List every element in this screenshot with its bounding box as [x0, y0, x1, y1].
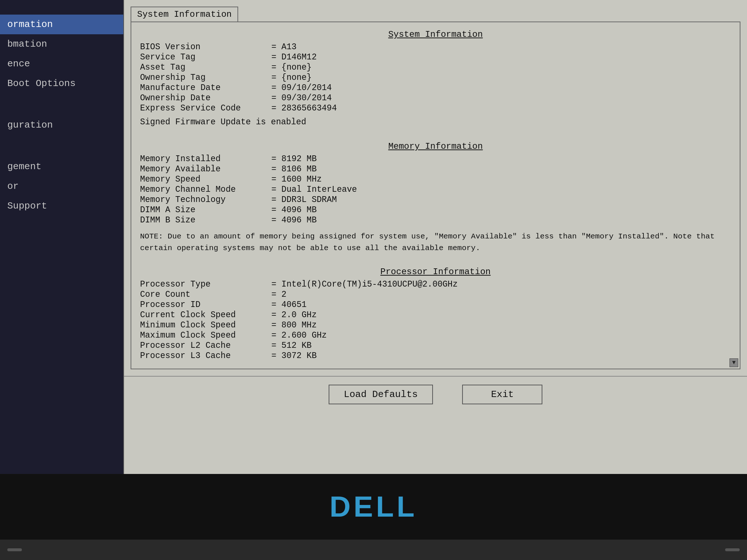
express-service-code-label: Express Service Code [140, 104, 271, 113]
load-defaults-button[interactable]: Load Defaults [329, 385, 433, 404]
chevron-down-icon: ▼ [732, 359, 736, 366]
ownership-tag-row: Ownership Tag = {none} [140, 73, 731, 82]
memory-technology-row: Memory Technology = DDR3L SDRAM [140, 195, 731, 205]
processor-l2-cache-value: = 512 KB [271, 341, 731, 350]
processor-id-label: Processor ID [140, 300, 271, 310]
sidebar-item-or[interactable]: or [0, 176, 123, 196]
exit-button[interactable]: Exit [462, 385, 542, 404]
processor-l3-cache-label: Processor L3 Cache [140, 351, 271, 361]
bios-version-label: BIOS Version [140, 42, 271, 52]
service-tag-label: Service Tag [140, 52, 271, 62]
ownership-tag-value: = {none} [271, 73, 731, 82]
firmware-note: Signed Firmware Update is enabled [140, 117, 731, 127]
current-clock-speed-label: Current Clock Speed [140, 310, 271, 320]
sidebar: ormation bmation ence Boot Options gurat… [0, 0, 124, 474]
dimm-a-size-row: DIMM A Size = 4096 MB [140, 205, 731, 215]
sidebar-item-gement[interactable]: gement [0, 157, 123, 176]
core-count-row: Core Count = 2 [140, 290, 731, 299]
divider-2 [140, 260, 731, 267]
memory-installed-label: Memory Installed [140, 154, 271, 164]
sidebar-item-guration[interactable]: guration [0, 115, 123, 135]
express-service-code-row: Express Service Code = 28365663494 [140, 104, 731, 113]
sidebar-gap-2 [0, 135, 123, 157]
dimm-b-size-label: DIMM B Size [140, 215, 271, 225]
processor-l3-cache-row: Processor L3 Cache = 3072 KB [140, 351, 731, 361]
ownership-tag-label: Ownership Tag [140, 73, 271, 82]
service-tag-row: Service Tag = D146M12 [140, 52, 731, 62]
processor-type-row: Processor Type = Intel(R)Core(TM)i5-4310… [140, 280, 731, 289]
memory-speed-value: = 1600 MHz [271, 175, 731, 184]
status-right [725, 548, 740, 551]
memory-available-row: Memory Available = 8106 MB [140, 164, 731, 174]
dimm-b-size-value: = 4096 MB [271, 215, 731, 225]
processor-id-row: Processor ID = 40651 [140, 300, 731, 310]
processor-info-title: Processor Information [140, 267, 731, 277]
manufacture-date-value: = 09/10/2014 [271, 83, 731, 93]
maximum-clock-speed-label: Maximum Clock Speed [140, 331, 271, 340]
sidebar-item-boot-options[interactable]: Boot Options [0, 74, 123, 93]
sidebar-item-bmation[interactable]: bmation [0, 34, 123, 54]
maximum-clock-speed-row: Maximum Clock Speed = 2.600 GHz [140, 331, 731, 340]
dimm-b-size-row: DIMM B Size = 4096 MB [140, 215, 731, 225]
ownership-date-label: Ownership Date [140, 93, 271, 103]
core-count-value: = 2 [271, 290, 731, 299]
maximum-clock-speed-value: = 2.600 GHz [271, 331, 731, 340]
manufacture-date-label: Manufacture Date [140, 83, 271, 93]
main-content: System Information System Information BI… [124, 0, 747, 474]
dell-logo: DELL [330, 490, 418, 524]
service-tag-value: = D146M12 [271, 52, 731, 62]
minimum-clock-speed-label: Minimum Clock Speed [140, 320, 271, 330]
memory-available-label: Memory Available [140, 164, 271, 174]
minimum-clock-speed-value: = 800 MHz [271, 320, 731, 330]
memory-info-title: Memory Information [140, 141, 731, 151]
status-left [7, 548, 22, 551]
memory-note: NOTE: Due to an amount of memory being a… [140, 231, 731, 254]
memory-speed-label: Memory Speed [140, 175, 271, 184]
sidebar-item-support[interactable]: Support [0, 196, 123, 216]
processor-type-label: Processor Type [140, 280, 271, 289]
sidebar-item-ormation[interactable]: ormation [0, 15, 123, 34]
processor-l3-cache-value: = 3072 KB [271, 351, 731, 361]
processor-type-value: = Intel(R)Core(TM)i5-4310UCPU@2.00GHz [271, 280, 731, 289]
memory-installed-row: Memory Installed = 8192 MB [140, 154, 731, 164]
manufacture-date-row: Manufacture Date = 09/10/2014 [140, 83, 731, 93]
minimum-clock-speed-row: Minimum Clock Speed = 800 MHz [140, 320, 731, 330]
asset-tag-label: Asset Tag [140, 63, 271, 72]
ownership-date-row: Ownership Date = 09/30/2014 [140, 93, 731, 103]
memory-channel-mode-label: Memory Channel Mode [140, 185, 271, 194]
dimm-a-size-value: = 4096 MB [271, 205, 731, 215]
processor-l2-cache-row: Processor L2 Cache = 512 KB [140, 341, 731, 350]
section-title: System Information [131, 7, 238, 22]
bios-area: ormation bmation ence Boot Options gurat… [0, 0, 747, 474]
sidebar-item-ence[interactable]: ence [0, 54, 123, 74]
bios-version-row: BIOS Version = A13 [140, 42, 731, 52]
dimm-a-size-label: DIMM A Size [140, 205, 271, 215]
core-count-label: Core Count [140, 290, 271, 299]
dell-logo-bar: DELL [0, 474, 747, 540]
asset-tag-value: = {none} [271, 63, 731, 72]
processor-id-value: = 40651 [271, 300, 731, 310]
memory-channel-mode-row: Memory Channel Mode = Dual InterLeave [140, 185, 731, 194]
content-box: System Information BIOS Version = A13 Se… [131, 22, 740, 369]
current-clock-speed-row: Current Clock Speed = 2.0 GHz [140, 310, 731, 320]
processor-l2-cache-label: Processor L2 Cache [140, 341, 271, 350]
sidebar-gap-1 [0, 93, 123, 115]
express-service-code-value: = 28365663494 [271, 104, 731, 113]
memory-technology-value: = DDR3L SDRAM [271, 195, 731, 205]
memory-speed-row: Memory Speed = 1600 MHz [140, 175, 731, 184]
system-info-title: System Information [140, 30, 731, 39]
memory-installed-value: = 8192 MB [271, 154, 731, 164]
ownership-date-value: = 09/30/2014 [271, 93, 731, 103]
bottom-status-bar [0, 540, 747, 560]
memory-technology-label: Memory Technology [140, 195, 271, 205]
divider-1 [140, 134, 731, 141]
memory-available-value: = 8106 MB [271, 164, 731, 174]
current-clock-speed-value: = 2.0 GHz [271, 310, 731, 320]
bottom-bar: Load Defaults Exit [124, 376, 747, 412]
asset-tag-row: Asset Tag = {none} [140, 63, 731, 72]
bios-version-value: = A13 [271, 42, 731, 52]
memory-channel-mode-value: = Dual InterLeave [271, 185, 731, 194]
bios-screen: ormation bmation ence Boot Options gurat… [0, 0, 747, 560]
scroll-down-indicator[interactable]: ▼ [729, 358, 738, 367]
